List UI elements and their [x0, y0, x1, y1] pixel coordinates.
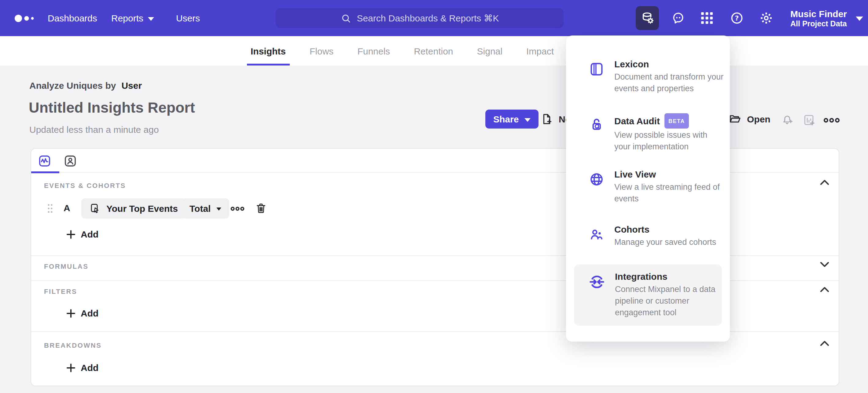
trash-icon [255, 202, 267, 215]
menu-item-integrations[interactable]: Integrations Connect Mixpanel to a data … [574, 264, 722, 326]
menu-item-description: Connect Mixpanel to a data pipeline or c… [615, 283, 725, 318]
section-formulas-label: FORMULAS [44, 262, 88, 270]
open-report-button[interactable]: Open [728, 113, 771, 125]
tab-retention-label: Retention [414, 46, 453, 56]
nav-reports-label: Reports [111, 13, 143, 23]
menu-item-title: Cohorts [614, 223, 724, 236]
collapse-events-button[interactable] [820, 179, 830, 186]
folder-open-icon [728, 113, 741, 125]
menu-item-data-audit[interactable]: Data Audit BETA View possible issues wit… [574, 107, 722, 152]
menu-item-cohorts[interactable]: Cohorts Manage your saved cohorts [574, 217, 722, 248]
tab-impact[interactable]: Impact [523, 36, 557, 65]
tab-events-builder[interactable] [37, 153, 53, 169]
add-to-board-button[interactable] [803, 113, 816, 127]
metric-selector-label: Total [189, 203, 211, 214]
tab-signal[interactable]: Signal [473, 36, 506, 65]
project-selector[interactable]: Music Finder All Project Data [790, 0, 863, 36]
pulse-chart-icon [38, 154, 51, 168]
collapse-breakdowns-button[interactable] [820, 340, 830, 346]
gear-icon [759, 11, 773, 25]
more-actions-button[interactable] [824, 117, 840, 124]
add-breakdown-button[interactable]: Add [67, 362, 98, 373]
tab-flows-label: Flows [310, 46, 334, 56]
delete-event-button[interactable] [255, 202, 267, 215]
tab-funnels[interactable]: Funnels [353, 36, 394, 65]
add-filter-button[interactable]: Add [67, 308, 98, 318]
file-plus-icon [540, 113, 553, 125]
tab-funnels-label: Funnels [357, 46, 390, 56]
menu-item-lexicon[interactable]: Lexicon Document and transform your even… [574, 52, 722, 94]
menu-item-description: View a live streaming feed of events [614, 181, 724, 204]
event-row-letter: A [64, 203, 70, 213]
data-management-button[interactable] [636, 6, 659, 30]
nav-reports[interactable]: Reports [111, 0, 154, 36]
tab-signal-label: Signal [477, 46, 502, 56]
add-event-label: Add [81, 229, 98, 240]
ellipsis-icon [230, 206, 245, 212]
expand-formulas-button[interactable] [820, 261, 830, 268]
tab-flows[interactable]: Flows [306, 36, 337, 65]
plus-icon [67, 309, 75, 317]
open-button-label: Open [747, 114, 771, 124]
mixpanel-app: Dashboards Reports Users Search Dashboar… [0, 0, 868, 393]
search-input[interactable]: Search Dashboards & Reports ⌘K [276, 8, 564, 28]
help-button[interactable]: ? [727, 0, 746, 36]
event-selector-chip[interactable]: Your Top Events [81, 198, 186, 219]
settings-button[interactable] [757, 0, 775, 36]
menu-item-description: View possible issues with your implement… [614, 129, 724, 152]
tab-retention[interactable]: Retention [410, 36, 457, 65]
chevron-down-icon [856, 17, 863, 21]
plus-icon [67, 230, 75, 238]
nav-users[interactable]: Users [176, 0, 200, 36]
book-icon [589, 61, 604, 94]
chevron-up-icon [820, 340, 830, 346]
integrations-arrows-icon [589, 274, 605, 326]
metric-selector-chip[interactable]: Total [182, 198, 229, 219]
drag-handle-icon[interactable] [47, 203, 53, 216]
search-placeholder: Search Dashboards & Reports ⌘K [357, 12, 499, 24]
ellipsis-icon [824, 117, 840, 124]
section-breakdowns-label: BREAKDOWNS [44, 342, 102, 349]
chevron-down-icon [216, 207, 221, 210]
chevron-up-icon [820, 286, 830, 292]
lock-audit-icon [589, 116, 604, 152]
updated-timestamp: Updated less than a minute ago [29, 124, 159, 135]
top-navbar: Dashboards Reports Users Search Dashboar… [0, 0, 868, 36]
data-management-menu: Lexicon Document and transform your even… [566, 35, 730, 342]
nav-users-label: Users [176, 13, 200, 23]
chevron-up-icon [820, 179, 830, 186]
menu-item-live-view[interactable]: Live View View a live streaming feed of … [574, 162, 722, 204]
menu-item-description: Manage your saved cohorts [614, 236, 724, 248]
chevron-down-icon [524, 118, 530, 121]
svg-text:?: ? [735, 15, 739, 22]
apps-grid-button[interactable] [698, 0, 716, 36]
tab-profiles-builder[interactable] [62, 153, 78, 169]
tab-insights-label: Insights [251, 46, 286, 56]
menu-item-description: Document and transform your events and p… [614, 71, 724, 94]
share-button-label: Share [493, 114, 519, 124]
nav-dashboards[interactable]: Dashboards [48, 0, 97, 36]
analyze-value[interactable]: User [121, 80, 142, 91]
menu-item-title: Integrations [615, 271, 725, 283]
page-title[interactable]: Untitled Insights Report [29, 99, 195, 116]
section-filters-label: FILTERS [44, 288, 77, 295]
globe-icon [589, 171, 604, 204]
beta-badge: BETA [665, 113, 689, 129]
mixpanel-logo[interactable] [13, 0, 37, 36]
menu-item-title: Live View [614, 168, 724, 180]
active-tab-underline [31, 171, 59, 173]
help-icon: ? [730, 11, 744, 25]
menu-item-title: Lexicon [614, 58, 724, 71]
add-event-button[interactable]: Add [67, 229, 98, 240]
event-selector-label: Your Top Events [106, 203, 178, 214]
feedback-button[interactable] [669, 0, 687, 36]
analyze-label: Analyze Uniques by [29, 80, 116, 91]
search-icon [340, 12, 351, 24]
event-row-more-button[interactable] [230, 206, 245, 212]
collapse-filters-button[interactable] [820, 286, 830, 292]
tab-insights[interactable]: Insights [247, 36, 289, 65]
project-name: Music Finder [790, 8, 847, 19]
plus-icon [67, 363, 75, 372]
share-button[interactable]: Share [485, 110, 538, 129]
alert-bell-button[interactable] [781, 113, 794, 126]
